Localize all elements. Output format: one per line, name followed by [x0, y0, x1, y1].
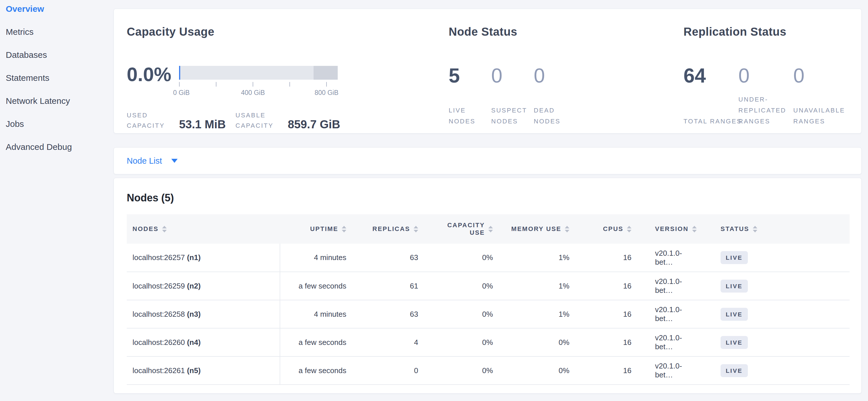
table-header-row: NODES UPTIME REPLICAS CAPACITY USE [127, 214, 849, 244]
sidebar: Overview Metrics Databases Statements Ne… [0, 0, 114, 401]
column-header-status[interactable]: STATUS [706, 214, 849, 244]
version-cell: v20.1.0-bet… [640, 272, 706, 300]
node-host-cell: localhost:26259 (n2) [127, 272, 280, 300]
axis-label-0: 0 GiB [173, 89, 190, 97]
sidebar-item-advanced-debug[interactable]: Advanced Debug [0, 138, 114, 156]
axis-label-400: 400 GiB [241, 89, 265, 97]
suspect-nodes-label: SUSPECT NODES [491, 105, 527, 127]
status-badge: LIVE [720, 336, 748, 349]
node-list-dropdown[interactable]: Node List [114, 148, 861, 174]
usable-capacity-stat: USABLE CAPACITY 859.7 GiB [236, 110, 340, 131]
total-ranges-stat: 64 TOTAL RANGES [683, 65, 738, 127]
uptime-cell: 4 minutes [280, 244, 355, 272]
sort-icon [413, 226, 418, 232]
live-nodes-label: LIVE NODES [449, 105, 485, 127]
node-host-cell: localhost:26258 (n3) [127, 300, 280, 328]
status-cell: LIVE [706, 356, 849, 384]
column-header-version[interactable]: VERSION [640, 214, 706, 244]
column-header-cpus[interactable]: CPUS [578, 214, 640, 244]
unavailable-ranges-stat: 0 UNAVAILABLE RANGES [793, 65, 848, 127]
node-row-n5[interactable]: localhost:26261 (n5) a few seconds 0 0% … [127, 356, 849, 384]
total-ranges-label: TOTAL RANGES [683, 116, 742, 127]
capacity-bar-other-segment [314, 66, 338, 80]
cpus-cell: 16 [578, 300, 640, 328]
status-cell: LIVE [706, 300, 849, 328]
nodes-table-title: Nodes (5) [127, 192, 861, 204]
dead-nodes-label: DEAD NODES [534, 105, 570, 127]
capacity-use-cell: 0% [427, 300, 501, 328]
node-host-cell: localhost:26260 (n4) [127, 328, 280, 356]
replicas-cell: 4 [355, 328, 427, 356]
column-header-capacity-use[interactable]: CAPACITY USE [427, 214, 501, 244]
node-list-dropdown-card: Node List [114, 147, 862, 174]
uptime-cell: a few seconds [280, 328, 355, 356]
live-nodes-value: 5 [449, 65, 491, 86]
node-list-dropdown-label[interactable]: Node List [127, 156, 162, 166]
sort-icon [753, 226, 757, 232]
axis-tick [253, 82, 253, 87]
node-row-n1[interactable]: localhost:26257 (n1) 4 minutes 63 0% 1% … [127, 244, 849, 272]
memory-use-cell: 0% [501, 356, 578, 384]
sidebar-item-overview[interactable]: Overview [0, 0, 114, 18]
node-status-section: Node Status 5 LIVE NODES 0 SUSPECT NODES… [449, 25, 576, 127]
uptime-cell: a few seconds [280, 272, 355, 300]
uptime-cell: 4 minutes [280, 300, 355, 328]
unavailable-ranges-label: UNAVAILABLE RANGES [793, 105, 852, 127]
status-badge: LIVE [720, 308, 748, 321]
capacity-use-cell: 0% [427, 244, 501, 272]
cluster-summary-card: Capacity Usage 0.0% 0 GiB 40 [114, 9, 862, 134]
capacity-use-cell: 0% [427, 272, 501, 300]
nodes-table: NODES UPTIME REPLICAS CAPACITY USE [127, 214, 849, 385]
node-row-n3[interactable]: localhost:26258 (n3) 4 minutes 63 0% 1% … [127, 300, 849, 328]
replicas-cell: 61 [355, 272, 427, 300]
axis-tick [216, 82, 216, 87]
version-cell: v20.1.0-bet… [640, 328, 706, 356]
replicas-cell: 63 [355, 300, 427, 328]
unavailable-ranges-value: 0 [793, 65, 848, 86]
replication-status-title: Replication Status [683, 25, 848, 38]
usable-capacity-value: 859.7 GiB [288, 118, 340, 131]
replicas-cell: 0 [355, 356, 427, 384]
sidebar-item-databases[interactable]: Databases [0, 46, 114, 64]
column-header-memory-use[interactable]: MEMORY USE [501, 214, 578, 244]
status-cell: LIVE [706, 272, 849, 300]
usable-capacity-label: USABLE CAPACITY [236, 110, 281, 131]
sidebar-item-network-latency[interactable]: Network Latency [0, 92, 114, 110]
capacity-used-percent: 0.0% [127, 64, 179, 98]
capacity-bar-chart: 0 GiB 400 GiB 800 GiB [179, 66, 338, 98]
suspect-nodes-stat: 0 SUSPECT NODES [491, 65, 534, 127]
sidebar-item-statements[interactable]: Statements [0, 69, 114, 87]
under-replicated-ranges-value: 0 [738, 65, 793, 86]
chevron-down-icon [171, 159, 178, 163]
node-host-cell: localhost:26257 (n1) [127, 244, 280, 272]
sidebar-item-jobs[interactable]: Jobs [0, 115, 114, 133]
status-badge: LIVE [720, 364, 748, 377]
uptime-cell: a few seconds [280, 356, 355, 384]
status-badge: LIVE [720, 280, 748, 292]
capacity-use-cell: 0% [427, 328, 501, 356]
axis-tick [289, 82, 290, 87]
column-header-nodes[interactable]: NODES [127, 214, 280, 244]
suspect-nodes-value: 0 [491, 65, 534, 86]
memory-use-cell: 1% [501, 244, 578, 272]
replication-status-section: Replication Status 64 TOTAL RANGES 0 UND… [683, 25, 848, 127]
cpus-cell: 16 [578, 272, 640, 300]
used-capacity-label: USED CAPACITY [127, 110, 173, 131]
used-capacity-value: 53.1 MiB [179, 118, 226, 131]
memory-use-cell: 0% [501, 328, 578, 356]
node-host-cell: localhost:26261 (n5) [127, 356, 280, 384]
status-cell: LIVE [706, 328, 849, 356]
sort-icon [162, 226, 167, 232]
used-capacity-stat: USED CAPACITY 53.1 MiB [127, 110, 226, 131]
node-row-n2[interactable]: localhost:26259 (n2) a few seconds 61 0%… [127, 272, 849, 300]
capacity-bar-used-segment [179, 66, 180, 80]
axis-tick [326, 82, 327, 87]
cpus-cell: 16 [578, 356, 640, 384]
column-header-uptime[interactable]: UPTIME [280, 214, 355, 244]
live-nodes-stat: 5 LIVE NODES [449, 65, 491, 127]
under-replicated-ranges-label: UNDER-REPLICATED RANGES [738, 94, 797, 127]
capacity-usage-section: Capacity Usage 0.0% 0 GiB 40 [127, 25, 340, 131]
column-header-replicas[interactable]: REPLICAS [355, 214, 427, 244]
sidebar-item-metrics[interactable]: Metrics [0, 23, 114, 41]
node-row-n4[interactable]: localhost:26260 (n4) a few seconds 4 0% … [127, 328, 849, 356]
